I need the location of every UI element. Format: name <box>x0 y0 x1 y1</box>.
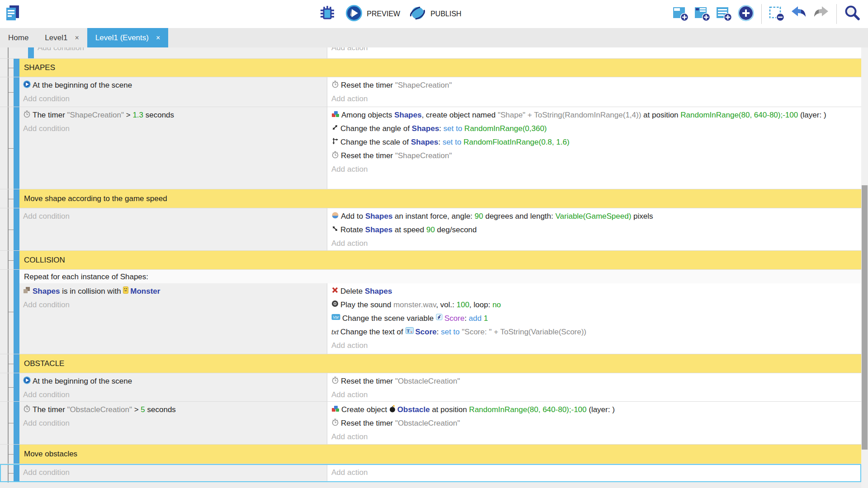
event-row-begin-obstacle[interactable]: At the beginning of the scene Add condit… <box>0 373 861 402</box>
add-condition-button[interactable]: Add condition <box>23 210 323 222</box>
event-selection-bar[interactable] <box>14 189 19 208</box>
event-selection-bar[interactable] <box>14 373 19 401</box>
toolbar-separator <box>836 4 837 24</box>
event-gutter <box>0 47 28 58</box>
repeat-header[interactable]: Repeat for each instance of Shapes: <box>19 270 861 283</box>
comment-text[interactable]: SHAPES <box>19 59 861 77</box>
add-action-button[interactable]: Add action <box>331 339 858 352</box>
add-condition-button[interactable]: Add condition <box>23 466 323 479</box>
action-line[interactable]: Create object Obstacle at position Rando… <box>331 404 858 417</box>
preview-play-icon <box>345 5 363 23</box>
condition-line[interactable]: The timer "ShapeCreation" > 1.3 seconds <box>23 109 323 122</box>
add-action-button[interactable]: Add action <box>331 163 858 175</box>
event-gutter <box>0 107 14 189</box>
action-line[interactable]: txtChange the text of TxScore: set to "S… <box>331 326 858 339</box>
action-line[interactable]: Change the scale of Shapes: set to Rando… <box>331 136 858 150</box>
action-line[interactable]: Reset the timer "ShapeCreation" <box>331 79 858 93</box>
comment-row-move-shape[interactable]: Move shape according to the game speed <box>0 189 861 208</box>
add-action-button[interactable]: Add action <box>331 237 858 249</box>
event-selection-bar[interactable] <box>14 107 19 189</box>
tab-events[interactable]: Level1 (Events) × <box>87 28 168 47</box>
condition-line[interactable]: Shapes is in collision with Monster <box>23 285 323 299</box>
event-row-partial[interactable]: Add condition Add action <box>0 47 861 59</box>
event-row-begin-shapes[interactable]: At the beginning of the scene Add condit… <box>0 77 861 107</box>
event-selection-bar[interactable] <box>14 208 19 250</box>
add-action-button[interactable]: Add action <box>331 389 858 401</box>
preview-button[interactable]: PREVIEW <box>345 5 400 23</box>
condition-line[interactable]: At the beginning of the scene <box>23 79 323 93</box>
event-selection-bar[interactable] <box>14 464 19 482</box>
search-icon[interactable] <box>844 5 861 23</box>
undo-icon[interactable] <box>790 6 807 22</box>
condition-line[interactable]: At the beginning of the scene <box>23 375 323 389</box>
event-selection-bar[interactable] <box>28 47 34 58</box>
event-gutter <box>0 77 14 107</box>
comment-row-obstacle[interactable]: OBSTACLE <box>0 354 861 373</box>
action-line[interactable]: Among objects Shapes, create object name… <box>331 109 858 122</box>
comment-text[interactable]: Move obstacles <box>19 445 861 464</box>
timer-icon <box>331 376 339 389</box>
comment-text[interactable]: COLLISION <box>19 251 861 269</box>
add-condition-button[interactable]: Add condition <box>38 47 323 54</box>
comment-row-move-obstacles[interactable]: Move obstacles <box>0 445 861 464</box>
event-row-obstacle-timer[interactable]: The timer "ObstacleCreation" > 5 seconds… <box>0 402 861 445</box>
vertical-scrollbar[interactable] <box>861 47 868 488</box>
event-selection-bar[interactable] <box>14 402 19 444</box>
action-line[interactable]: Add to Shapes an instant force, angle: 9… <box>331 210 858 224</box>
add-condition-button[interactable]: Add condition <box>23 417 323 429</box>
add-action-button[interactable]: Add action <box>331 47 858 54</box>
add-condition-button[interactable]: Add condition <box>23 389 323 401</box>
event-row-repeat-collision[interactable]: Repeat for each instance of Shapes: Shap… <box>0 270 861 354</box>
close-icon[interactable]: × <box>156 34 160 42</box>
debugger-icon[interactable] <box>318 5 336 23</box>
action-line[interactable]: Rotate Shapes at speed 90 deg/second <box>331 224 858 237</box>
tab-scene[interactable]: Level1 × <box>37 28 87 47</box>
action-text: Obstacle at position RandomInRange(80, 6… <box>397 405 615 414</box>
app-logo-icon[interactable] <box>4 4 21 24</box>
event-selection-bar[interactable] <box>14 77 19 107</box>
action-line[interactable]: Reset the timer "ObstacleCreation" <box>331 417 858 431</box>
comment-text[interactable]: Move shape according to the game speed <box>19 189 861 208</box>
main-toolbar: PREVIEW PUBLISH <box>0 0 868 28</box>
action-line[interactable]: Delete Shapes <box>331 285 858 299</box>
action-line[interactable]: VarChange the scene variable Score: add … <box>331 312 858 326</box>
condition-line[interactable]: The timer "ObstacleCreation" > 5 seconds <box>23 404 323 417</box>
action-line[interactable]: Reset the timer "ShapeCreation" <box>331 150 858 163</box>
event-gutter <box>0 464 14 482</box>
comment-row-collision[interactable]: COLLISION <box>0 251 861 270</box>
event-selection-bar[interactable] <box>14 270 19 354</box>
condition-text: The timer "ShapeCreation" > 1.3 seconds <box>33 111 174 119</box>
event-row-selected-empty[interactable]: Add condition Add action <box>0 464 861 482</box>
add-action-button[interactable]: Add action <box>331 93 858 105</box>
event-row-move-shape[interactable]: Add condition Add to Shapes an instant f… <box>0 208 861 251</box>
event-selection-bar[interactable] <box>14 251 19 269</box>
add-circle-icon[interactable] <box>737 5 755 23</box>
angle-arrow-icon <box>331 124 339 136</box>
publish-button[interactable]: PUBLISH <box>409 5 461 23</box>
remove-selection-icon[interactable] <box>769 5 785 23</box>
comment-text[interactable]: OBSTACLE <box>19 354 861 373</box>
add-action-button[interactable]: Add action <box>331 466 858 479</box>
add-subevent-icon[interactable] <box>694 5 711 23</box>
add-condition-button[interactable]: Add condition <box>23 122 323 135</box>
publish-globe-icon <box>409 5 426 23</box>
add-event-icon[interactable] <box>672 5 689 23</box>
tab-home[interactable]: Home <box>0 28 37 47</box>
create-object-icon <box>331 405 340 417</box>
add-condition-button[interactable]: Add condition <box>23 93 323 105</box>
event-selection-bar[interactable] <box>14 445 19 464</box>
action-line[interactable]: Play the sound monster.wav, vol.: 100, l… <box>331 299 858 312</box>
event-selection-bar[interactable] <box>14 59 19 77</box>
scrollbar-thumb[interactable] <box>862 185 868 450</box>
action-line[interactable]: Change the angle of Shapes: set to Rando… <box>331 122 858 136</box>
close-icon[interactable]: × <box>75 34 79 42</box>
action-line[interactable]: Reset the timer "ObstacleCreation" <box>331 375 858 389</box>
add-action-button[interactable]: Add action <box>331 431 858 443</box>
redo-icon[interactable] <box>812 6 830 22</box>
event-selection-bar[interactable] <box>14 354 19 373</box>
action-text: Change the angle of Shapes: set to Rando… <box>340 124 547 133</box>
event-row-shape-timer[interactable]: The timer "ShapeCreation" > 1.3 seconds … <box>0 107 861 189</box>
add-comment-icon[interactable] <box>716 5 732 23</box>
comment-row-shapes[interactable]: SHAPES <box>0 59 861 77</box>
add-condition-button[interactable]: Add condition <box>23 299 323 311</box>
